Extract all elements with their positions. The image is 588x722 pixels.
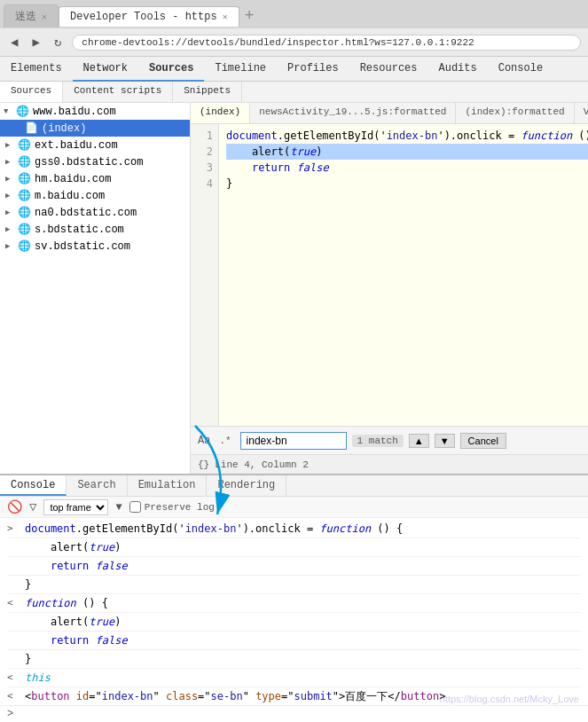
nav-network[interactable]: Network <box>73 57 138 82</box>
tab2-label: Developer Tools - https <box>70 11 217 23</box>
code-tab-index-formatted[interactable]: (index):formatted <box>456 103 574 123</box>
nav-timeline[interactable]: Timeline <box>204 57 277 82</box>
preserve-log-checkbox[interactable] <box>129 501 141 513</box>
tree-item-index[interactable]: 📄 (index) <box>0 120 190 137</box>
code-line-1: document.getElementById('index-bn').oncl… <box>226 128 588 144</box>
tab-rendering[interactable]: Rendering <box>207 475 286 496</box>
console-toolbar: 🚫 ▽ top frame ▼ Preserve log <box>0 497 588 518</box>
console-line-6: alert(true) <box>7 613 581 632</box>
refresh-button[interactable]: ↻ <box>51 33 65 51</box>
prompt-lt-2: < <box>7 671 18 685</box>
tree-toggle-na0-icon: ▶ <box>5 208 14 217</box>
tree-item-s[interactable]: ▶ 🌐 s.bdstatic.com <box>0 221 190 238</box>
tab-search[interactable]: Search <box>67 475 127 496</box>
url-box[interactable]: chrome-devtools://devtools/bundled/inspe… <box>72 35 581 51</box>
line-numbers: 1 2 3 4 <box>191 124 219 426</box>
nav-resources[interactable]: Resources <box>349 57 428 82</box>
search-next-button[interactable]: ▼ <box>435 434 455 448</box>
browser-tab-1[interactable]: 迷迭 ✕ <box>4 4 59 27</box>
subtab-sources[interactable]: Sources <box>0 82 63 102</box>
tree-toggle-gss0-icon: ▶ <box>5 157 14 167</box>
tree-item-ext[interactable]: ▶ 🌐 ext.baidu.com <box>0 137 190 153</box>
subtab-content-scripts[interactable]: Content scripts <box>63 82 173 102</box>
line-num-2: 2 <box>196 144 213 160</box>
globe-icon-sv: 🌐 <box>18 239 31 253</box>
tree-item-sv[interactable]: ▶ 🌐 sv.bdstatic.com <box>0 238 190 255</box>
nav-elements[interactable]: Elements <box>0 57 73 82</box>
tab-emulation[interactable]: Emulation <box>128 475 208 496</box>
devtools-body: Sources Content scripts Snippets ▼ 🌐 www… <box>0 82 588 722</box>
browser-tab-2[interactable]: Developer Tools - https ✕ <box>59 6 239 27</box>
console-line-10: < <button id="index-bn" class="se-bn" ty… <box>7 687 581 705</box>
console-line-2: alert(true) <box>7 538 581 557</box>
frame-select[interactable]: top frame <box>43 499 108 515</box>
tree-item-s-label: s.bdstatic.com <box>35 224 124 236</box>
code-tab-vm151[interactable]: VM151 <box>575 103 588 123</box>
forward-button[interactable]: ▶ <box>28 33 43 51</box>
tree-item-ext-label: ext.baidu.com <box>35 139 118 152</box>
nav-audits[interactable]: Audits <box>427 57 487 82</box>
code-editor: 1 2 3 4 document.getElementById('index-b… <box>191 124 588 426</box>
tree-item-hm[interactable]: ▶ 🌐 hm.baidu.com <box>0 170 190 187</box>
tree-item-hm-label: hm.baidu.com <box>35 173 111 185</box>
console-code-2: alert(true) <box>25 540 581 554</box>
console-code-4: } <box>25 577 581 592</box>
console-line-3: return false <box>7 557 581 576</box>
new-tab-icon[interactable]: + <box>245 7 255 25</box>
console-code-9: this <box>25 671 581 685</box>
console-tabs: Console Search Emulation Rendering <box>0 475 588 497</box>
prompt-empty-3 <box>7 577 18 592</box>
code-tab-index[interactable]: (index) <box>191 103 250 123</box>
nav-profiles[interactable]: Profiles <box>277 57 349 82</box>
tree-toggle-m-icon: ▶ <box>5 191 14 200</box>
tree-toggle-hm-icon: ▶ <box>5 174 14 184</box>
tree-item-m-label: m.baidu.com <box>35 190 105 202</box>
dropdown-arrow-icon: ▼ <box>115 501 122 514</box>
close-tab1-icon[interactable]: ✕ <box>42 12 47 22</box>
line-num-4: 4 <box>196 176 213 192</box>
clear-console-button[interactable]: 🚫 <box>7 499 22 514</box>
sources-subtabs: Sources Content scripts Snippets <box>0 82 588 103</box>
globe-icon-na0: 🌐 <box>18 206 31 219</box>
code-tab-news[interactable]: newsActivity_19...5.js:formatted <box>250 103 456 123</box>
tree-item-sv-label: sv.bdstatic.com <box>35 240 130 253</box>
tree-toggle-s-icon: ▶ <box>5 224 14 234</box>
search-input[interactable] <box>240 432 347 450</box>
search-bar: Aa .* 1 match ▲ ▼ Cancel <box>191 426 588 454</box>
search-prev-button[interactable]: ▲ <box>409 434 429 448</box>
tree-toggle-sv-icon: ▶ <box>5 241 14 251</box>
devtools-nav: Elements Network Sources Timeline Profil… <box>0 57 588 82</box>
globe-icon-hm: 🌐 <box>18 172 31 185</box>
prompt-empty-6 <box>7 652 18 666</box>
prompt-empty-2 <box>7 559 18 573</box>
globe-icon-ext: 🌐 <box>18 138 31 152</box>
tree-item-na0[interactable]: ▶ 🌐 na0.bdstatic.com <box>0 204 190 221</box>
search-cancel-button[interactable]: Cancel <box>460 433 506 449</box>
preserve-log-label: Preserve log <box>129 501 215 513</box>
file-icon: 📄 <box>25 122 38 135</box>
sources-panel: ▼ 🌐 www.baidu.com 📄 (index) ▶ 🌐 ext.baid… <box>0 103 588 474</box>
tree-root-label: www.baidu.com <box>33 106 116 118</box>
console-line-9: < this <box>7 669 581 687</box>
tab-console[interactable]: Console <box>0 475 67 496</box>
console-input[interactable] <box>20 708 581 720</box>
console-line-5: < function () { <box>7 594 581 613</box>
console-panel: Console Search Emulation Rendering 🚫 ▽ t… <box>0 474 588 722</box>
status-text: Line 4, Column 2 <box>215 459 309 470</box>
regex-icon[interactable]: .* <box>216 434 234 448</box>
back-button[interactable]: ◀ <box>7 33 21 51</box>
console-output: > document.getElementById('index-bn').on… <box>0 518 588 705</box>
tree-item-gss0[interactable]: ▶ 🌐 gss0.bdstatic.com <box>0 153 190 170</box>
console-code-1: document.getElementById('index-bn').oncl… <box>25 522 581 536</box>
tree-item-m[interactable]: ▶ 🌐 m.baidu.com <box>0 187 190 204</box>
prompt-gt: > <box>7 522 18 536</box>
subtab-snippets[interactable]: Snippets <box>173 82 242 102</box>
nav-console[interactable]: Console <box>488 57 553 82</box>
nav-sources[interactable]: Sources <box>138 57 204 82</box>
close-tab2-icon[interactable]: ✕ <box>223 12 228 22</box>
browser-chrome: 迷迭 ✕ Developer Tools - https ✕ + ◀ ▶ ↻ c… <box>0 0 588 57</box>
address-bar: ◀ ▶ ↻ chrome-devtools://devtools/bundled… <box>0 28 588 57</box>
tree-root[interactable]: ▼ 🌐 www.baidu.com <box>0 103 190 120</box>
filter-icon[interactable]: ▽ <box>29 499 36 514</box>
code-area: (index) newsActivity_19...5.js:formatted… <box>191 103 588 474</box>
